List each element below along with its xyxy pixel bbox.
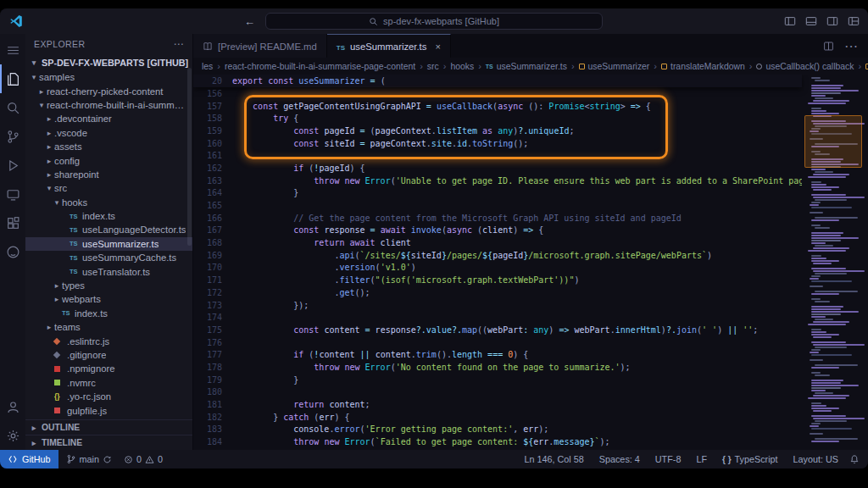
breadcrumb-item[interactable]: les: [202, 62, 213, 71]
tree-item[interactable]: ▸webparts: [25, 292, 192, 306]
minimap[interactable]: [804, 75, 864, 450]
code-line[interactable]: 169 .api(`/sites/${siteId}/pages/${pageI…: [193, 249, 802, 262]
toggle-secondary-sidebar-icon[interactable]: [826, 15, 838, 27]
breadcrumb-item[interactable]: useSummarizer: [579, 62, 650, 71]
status-language[interactable]: { }TypeScript: [718, 454, 782, 464]
customize-layout-icon[interactable]: [848, 15, 860, 27]
tree-item[interactable]: TSuseLanguageDetector.ts: [25, 223, 192, 236]
code-line[interactable]: 170 .version('v1.0'): [193, 262, 802, 274]
tree-item[interactable]: ▸.vscode: [25, 126, 192, 140]
toggle-panel-icon[interactable]: [784, 15, 796, 27]
code-line[interactable]: 178 throw new Error('No content found on…: [193, 361, 802, 374]
breadcrumb-item[interactable]: useCallback() callback: [756, 62, 854, 71]
tree-item[interactable]: TSindex.ts: [25, 209, 192, 223]
status-keyboard-layout[interactable]: Layout: US: [789, 454, 843, 464]
code-line[interactable]: 177 if (!content || content.trim().lengt…: [193, 348, 802, 361]
code-line[interactable]: 164 }: [193, 187, 802, 200]
problems-indicator[interactable]: 0 0: [120, 454, 167, 464]
sticky-scroll-line[interactable]: 20export const useSummarizer = (: [193, 75, 802, 87]
code-line[interactable]: 179 }: [193, 374, 802, 386]
editor-more-actions-icon[interactable]: ⋯: [844, 38, 858, 54]
status-cursor-position[interactable]: Ln 146, Col 58: [520, 454, 588, 464]
timeline-section[interactable]: ▸ TIMELINE: [25, 435, 192, 450]
code-line[interactable]: 167 const response = await invoke(async …: [193, 225, 802, 237]
code-editor[interactable]: 20export const useSummarizer = ( 156157 …: [193, 75, 868, 450]
status-eol[interactable]: LF: [692, 454, 711, 464]
tree-item[interactable]: .gitignore: [25, 348, 192, 362]
tree-item[interactable]: TSuseSummaryCache.ts: [25, 251, 192, 264]
command-center-search[interactable]: sp-dev-fx-webparts [GitHub]: [265, 13, 603, 30]
tree-item[interactable]: .nvmrc: [25, 376, 192, 390]
activity-github-button[interactable]: [0, 237, 25, 266]
activity-account-button[interactable]: [0, 392, 25, 421]
activity-settings-button[interactable]: [0, 421, 25, 450]
tree-item[interactable]: ▸react-cherry-picked-content: [25, 84, 192, 97]
tree-item[interactable]: ▾hooks: [25, 196, 192, 209]
code-line[interactable]: 182 } catch (err) {: [193, 411, 802, 424]
breadcrumb-item[interactable]: translateMarkdown: [661, 62, 745, 71]
tree-item[interactable]: TSindex.ts: [25, 307, 192, 320]
code-line[interactable]: 176: [193, 336, 802, 349]
code-line[interactable]: 163 throw new Error('Unable to get page …: [193, 175, 802, 187]
outline-section[interactable]: ▸ OUTLINE: [25, 419, 192, 435]
code-line[interactable]: 184 throw new Error(`Failed to get page …: [193, 435, 802, 448]
tree-item[interactable]: ▾src: [25, 181, 192, 195]
tree-item[interactable]: ▸sharepoint: [25, 168, 192, 181]
breadcrumb-item[interactable]: hooks: [450, 62, 474, 71]
tab-usesummarizer[interactable]: TSuseSummarizer.ts×: [327, 34, 451, 58]
activity-menu-button[interactable]: [0, 36, 25, 64]
code-line[interactable]: 172 .get();: [193, 286, 802, 299]
branch-indicator[interactable]: main: [62, 454, 116, 464]
tree-item[interactable]: .eslintrc.js: [25, 334, 192, 347]
code-line[interactable]: 158 try {: [193, 112, 802, 125]
tree-item[interactable]: ▸types: [25, 279, 192, 292]
activity-source-control-button[interactable]: [0, 122, 25, 151]
activity-remote-button[interactable]: [0, 180, 25, 208]
bell-icon[interactable]: [849, 454, 860, 464]
code-line[interactable]: 157 const getPageContentUsingGraphAPI = …: [193, 100, 802, 113]
tree-item[interactable]: {}.yo-rc.json: [25, 390, 192, 403]
status-encoding[interactable]: UTF-8: [651, 454, 686, 464]
code-line[interactable]: 180: [193, 386, 802, 399]
code-line[interactable]: 171 .filter("(isof('microsoft.graph.text…: [193, 274, 802, 286]
tree-item[interactable]: ▾react-chrome-built-in-ai-summarise-page…: [25, 98, 192, 112]
code-line[interactable]: 175 const content = response?.value?.map…: [193, 324, 802, 336]
remote-indicator[interactable]: GitHub: [0, 450, 58, 469]
tree-item[interactable]: ▸teams: [25, 320, 192, 334]
sidebar-more-actions-button[interactable]: ⋯: [174, 38, 184, 50]
tree-item[interactable]: ▾samples: [25, 70, 192, 84]
split-editor-icon[interactable]: [823, 41, 834, 52]
code-line[interactable]: 168 return await client: [193, 236, 802, 249]
code-line[interactable]: 173 });: [193, 299, 802, 312]
tree-item[interactable]: ▸assets: [25, 140, 192, 153]
tree-item[interactable]: ▸config: [25, 153, 192, 167]
close-icon[interactable]: ×: [435, 42, 440, 52]
code-line[interactable]: 183 console.error('Error getting page co…: [193, 424, 802, 436]
activity-search-button[interactable]: [0, 93, 25, 122]
tab-readme-preview[interactable]: [Preview] README.md: [193, 34, 327, 58]
breadcrumb-item[interactable]: TSuseSummarizer.ts: [486, 62, 567, 71]
tree-item[interactable]: gulpfile.js: [25, 403, 192, 417]
code-line[interactable]: 161: [193, 149, 802, 162]
status-indentation[interactable]: Spaces: 4: [595, 454, 644, 464]
activity-explorer-button[interactable]: [0, 64, 25, 93]
toggle-bottom-panel-icon[interactable]: [805, 15, 817, 27]
breadcrumb-item[interactable]: src: [427, 62, 439, 71]
code-line[interactable]: 159 const pageId = (pageContext.listItem…: [193, 125, 802, 137]
tree-item[interactable]: TSuseSummarizer.ts: [25, 237, 192, 251]
sidebar-scrollbar[interactable]: [187, 68, 192, 246]
activity-run-debug-button[interactable]: [0, 151, 25, 180]
tree-root-folder[interactable]: ▾ SP-DEV-FX-WEBPARTS [GITHUB]: [25, 54, 192, 70]
code-line[interactable]: 162 if (!pageId) {: [193, 162, 802, 175]
code-line[interactable]: 174: [193, 311, 802, 324]
back-arrow-button[interactable]: ←: [244, 15, 255, 28]
tree-item[interactable]: ▸.devcontainer: [25, 112, 192, 125]
breadcrumb-item[interactable]: react-chrome-built-in-ai-summarise-page-…: [225, 62, 415, 71]
activity-extensions-button[interactable]: [0, 208, 25, 237]
tree-item[interactable]: .npmignore: [25, 362, 192, 375]
code-line[interactable]: 166 // Get the page content from the Mic…: [193, 212, 802, 225]
code-line[interactable]: 165: [193, 199, 802, 212]
code-line[interactable]: 160 const siteId = pageContext.site.id.t…: [193, 137, 802, 150]
code-line[interactable]: 156: [193, 87, 802, 100]
code-line[interactable]: 181 return content;: [193, 398, 802, 411]
